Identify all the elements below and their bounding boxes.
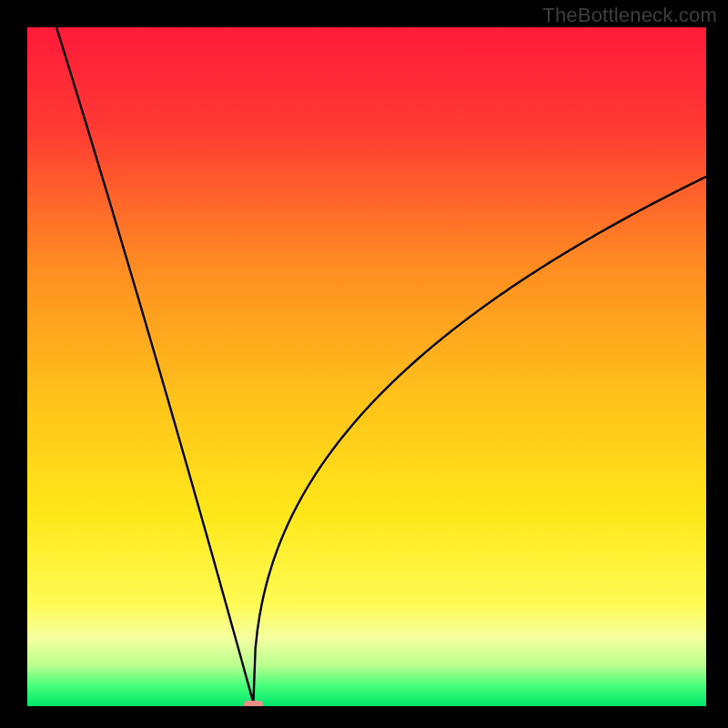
chart-background — [27, 27, 706, 706]
chart-frame: TheBottleneck.com — [0, 0, 728, 728]
minimum-marker — [244, 701, 263, 706]
bottleneck-chart — [27, 27, 706, 706]
watermark-text: TheBottleneck.com — [542, 4, 717, 27]
